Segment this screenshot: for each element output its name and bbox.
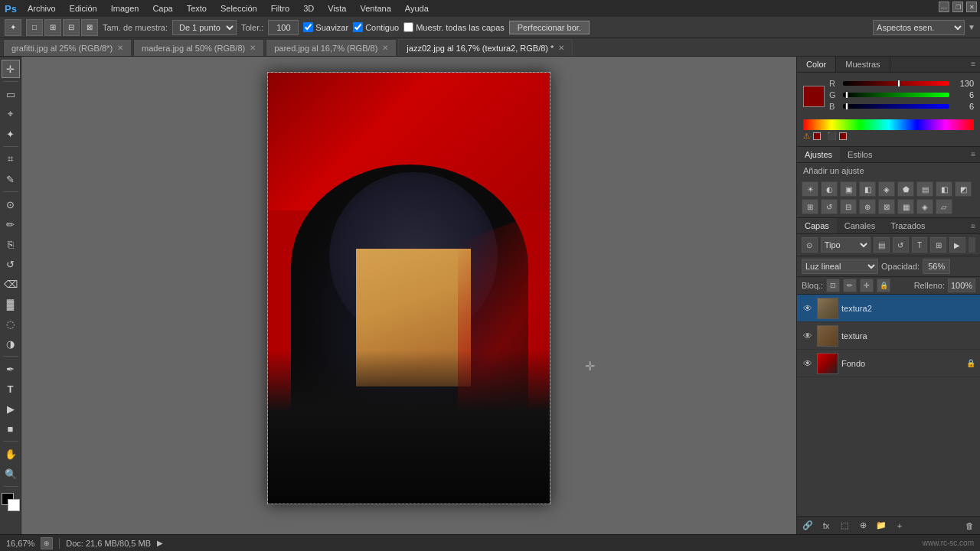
restore-button[interactable]: ❐: [952, 2, 963, 12]
preset-select[interactable]: Aspectos esen.: [873, 20, 965, 35]
layer-filter-toggle[interactable]: [969, 237, 975, 253]
threshold-icon[interactable]: ⊠: [878, 199, 895, 214]
new-selection-icon[interactable]: □: [26, 19, 43, 36]
layer-mask-button[interactable]: ⬚: [837, 519, 852, 533]
tab-jazz-close[interactable]: ✕: [558, 44, 564, 52]
opacity-input[interactable]: [923, 259, 950, 274]
layer-fondo[interactable]: 👁 Fondo 🔒: [797, 350, 980, 377]
fill-input[interactable]: [948, 279, 975, 292]
estilos-tab[interactable]: Estilos: [840, 147, 880, 162]
layer-textura2-visibility[interactable]: 👁: [802, 302, 814, 315]
tab-grafitti[interactable]: grafitti.jpg al 25% (RGB/8*) ✕: [3, 39, 132, 56]
capas-filter-select[interactable]: Tipo: [821, 237, 871, 253]
brush-tool[interactable]: ✏: [2, 215, 20, 233]
capas-tab[interactable]: Capas: [797, 218, 837, 233]
history-tool[interactable]: ↺: [2, 255, 20, 273]
selective-color-icon[interactable]: ◈: [916, 199, 933, 214]
subtract-selection-icon[interactable]: ⊟: [63, 19, 80, 36]
photo-filter-icon[interactable]: ◩: [955, 181, 972, 197]
exposure-icon[interactable]: ◧: [859, 181, 876, 197]
layer-delete-button[interactable]: 🗑: [962, 519, 977, 533]
intersect-selection-icon[interactable]: ⊠: [81, 19, 98, 36]
red-channel-slider[interactable]: [843, 81, 949, 86]
move-tool[interactable]: ✛: [2, 60, 20, 78]
preset-expand-icon[interactable]: ▼: [968, 23, 975, 31]
artwork-canvas[interactable]: [267, 72, 550, 504]
menu-archivo[interactable]: Archivo: [21, 2, 62, 15]
ajustes-menu-icon[interactable]: ≡: [966, 147, 980, 162]
blend-mode-select[interactable]: Luz lineal: [802, 259, 878, 274]
layer-filter-btn2[interactable]: ↺: [893, 237, 909, 253]
menu-filtro[interactable]: Filtro: [265, 2, 296, 15]
color-lookup-icon[interactable]: ↺: [821, 199, 838, 214]
all-layers-checkbox[interactable]: [403, 22, 413, 32]
background-color[interactable]: [8, 499, 20, 511]
menu-vista[interactable]: Vista: [322, 2, 352, 15]
layer-textura2[interactable]: 👁 textura2: [797, 295, 980, 322]
menu-texto[interactable]: Texto: [181, 2, 213, 15]
ajustes-tab[interactable]: Ajustes: [797, 147, 840, 162]
foreground-background-colors[interactable]: [2, 493, 20, 511]
menu-capa[interactable]: Capa: [146, 2, 178, 15]
green-channel-slider[interactable]: [843, 93, 949, 97]
hsl-icon[interactable]: ⬟: [897, 181, 914, 197]
lock-all-icon[interactable]: 🔒: [877, 279, 890, 292]
eraser-tool[interactable]: ⌫: [2, 275, 20, 293]
tab-madera[interactable]: madera.jpg al 50% (RGB/8) ✕: [133, 39, 264, 56]
lasso-tool[interactable]: ⌖: [2, 105, 20, 123]
gradient-map-icon[interactable]: ▦: [897, 199, 914, 214]
color-panel-menu-icon[interactable]: ≡: [966, 57, 980, 72]
refine-edge-button[interactable]: Perfeccionar bor.: [509, 21, 590, 34]
menu-3d[interactable]: 3D: [297, 2, 320, 15]
layer-adjustment-button[interactable]: ⊕: [855, 519, 871, 533]
menu-edicion[interactable]: Edición: [64, 2, 103, 15]
crop-tool[interactable]: ⌗: [2, 150, 20, 168]
all-layers-check[interactable]: Muestr. todas las capas: [403, 22, 505, 32]
menu-ayuda[interactable]: Ayuda: [399, 2, 435, 15]
type-tool[interactable]: T: [2, 380, 20, 398]
capas-menu-icon[interactable]: ≡: [966, 219, 980, 233]
channel-mixer-icon[interactable]: ⊞: [802, 199, 818, 214]
gradient-tool[interactable]: ▓: [2, 295, 20, 313]
layer-fondo-visibility[interactable]: 👁: [802, 357, 814, 370]
lock-image-icon[interactable]: ✏: [843, 279, 857, 292]
tab-jazz[interactable]: jazz02.jpg al 16,7% (textura2, RGB/8) * …: [398, 39, 573, 56]
posterize-icon[interactable]: ⊕: [859, 199, 876, 214]
shape-tool[interactable]: ■: [2, 419, 20, 438]
layer-textura[interactable]: 👁 textura: [797, 322, 980, 350]
layer-folder-button[interactable]: 📁: [874, 519, 889, 533]
tab-grafitti-close[interactable]: ✕: [117, 44, 123, 52]
layer-filter-btn3[interactable]: T: [912, 237, 928, 253]
minimize-button[interactable]: —: [939, 2, 949, 12]
red-slider-thumb[interactable]: [897, 80, 900, 87]
menu-ventana[interactable]: Ventana: [354, 2, 397, 15]
color-tab[interactable]: Color: [797, 57, 836, 72]
muestras-tab[interactable]: Muestras: [836, 57, 890, 72]
zoom-tool[interactable]: 🔍: [2, 465, 20, 483]
marquee-tool[interactable]: ▭: [2, 85, 20, 103]
levels-icon[interactable]: ◐: [821, 181, 838, 197]
close-button[interactable]: ✕: [966, 2, 977, 12]
eyedropper-tool[interactable]: ✎: [2, 170, 20, 188]
contiguous-checkbox[interactable]: [353, 22, 363, 32]
smooth-checkbox[interactable]: [303, 22, 313, 32]
curves-icon[interactable]: ▣: [840, 181, 857, 197]
brightness-contrast-icon[interactable]: ☀: [802, 181, 818, 197]
path-select-tool[interactable]: ▶: [2, 399, 20, 418]
smooth-check[interactable]: Suavizar: [303, 22, 348, 32]
layer-link-button[interactable]: 🔗: [800, 519, 815, 533]
active-color-swatch[interactable]: [803, 86, 825, 107]
tab-pared[interactable]: pared.jpg al 16,7% (RGB/8) ✕: [266, 39, 397, 56]
lock-transparent-icon[interactable]: ⊡: [826, 279, 840, 292]
blue-channel-slider[interactable]: [843, 104, 949, 109]
capas-filter-icon[interactable]: ⊙: [802, 237, 818, 253]
layer-filter-btn4[interactable]: ⊞: [930, 237, 946, 253]
color-balance-icon[interactable]: ▤: [916, 181, 933, 197]
layer-filter-btn5[interactable]: ▶: [949, 237, 965, 253]
vibrance-icon[interactable]: ◈: [878, 181, 895, 197]
tab-madera-close[interactable]: ✕: [250, 44, 256, 52]
layer-fx-button[interactable]: fx: [818, 519, 834, 533]
contiguous-check[interactable]: Contiguo: [353, 22, 399, 32]
magic-wand-tool-icon[interactable]: ✦: [5, 19, 21, 36]
menu-imagen[interactable]: Imagen: [105, 2, 145, 15]
